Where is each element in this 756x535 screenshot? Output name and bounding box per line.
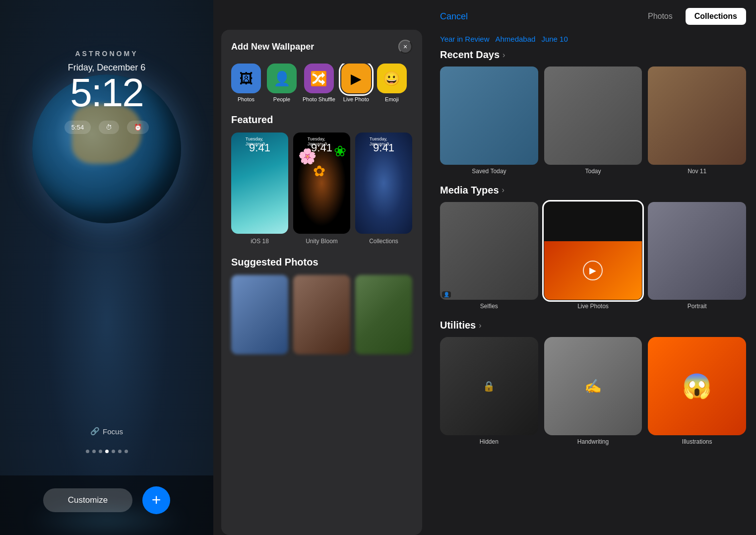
focus-label: 🔗 Focus [90,427,123,436]
today-thumb [544,67,642,165]
photos-icon-label: Photos [238,96,254,102]
media-livephotos[interactable]: ▶ Live Photos [544,202,642,310]
utilities-title: Utilities [440,320,476,331]
featured-item-ios18[interactable]: Tuesday, January 9 9:41 iOS 18 [231,133,288,245]
person-badge: 👤 [442,291,451,298]
suggested-thumb-3[interactable] [355,275,412,354]
utility-hidden[interactable]: 🔒 Hidden [440,337,538,445]
media-types-header: Media Types › [440,185,746,196]
add-wallpaper-panel: Add New Wallpaper × 🖼 Photos 👤 People � [213,0,430,535]
suggested-thumb-1[interactable] [231,275,288,354]
icon-photos[interactable]: 🖼 Photos [231,64,261,102]
timer-widget: ⏱ [99,121,119,134]
tab-photos[interactable]: Photos [639,8,682,25]
recent-days-header: Recent Days › [440,49,746,61]
plus-icon: + [152,492,161,508]
livephoto-bottom: ▶ [544,241,642,300]
collection-today[interactable]: Today [544,67,642,175]
icon-emoji[interactable]: 😀 Emoji [377,64,407,102]
page-dots [86,450,128,453]
collections-panel: Cancel Photos Collections Year in Review… [430,0,756,535]
utility-illustrations[interactable]: 😱 Illustrations [648,337,746,445]
dot-4 [105,450,109,453]
media-types-chevron: › [502,186,504,195]
today-label: Today [585,168,601,175]
dot-1 [86,450,89,453]
media-types-title: Media Types [440,185,499,196]
icon-people[interactable]: 👤 People [267,64,297,102]
alarm-widget: ⏰ [127,121,149,134]
utilities-header: Utilities › [440,320,746,331]
people-icon: 👤 [273,70,291,87]
lock-bottom-bar: Customize + [0,475,213,535]
portrait-thumb [648,202,746,300]
illustrations-icon: 😱 [682,372,712,400]
selfies-thumb: 👤 [440,202,538,300]
nov11-label: Nov 11 [688,168,706,175]
collections-content: Recent Days › Saved Today Today Nov 11 [430,49,756,535]
people-icon-label: People [273,96,290,102]
customize-button[interactable]: Customize [43,488,132,512]
modal-header: Add New Wallpaper × [231,40,412,54]
unity-label: Unity Bloom [306,238,338,245]
close-icon: × [403,43,407,51]
focus-text: Focus [103,427,123,436]
livephotos-thumb: ▶ [544,202,642,300]
people-icon-bg: 👤 [267,64,297,93]
recent-days-chevron: › [503,51,505,60]
cancel-button[interactable]: Cancel [440,11,468,22]
add-wallpaper-button[interactable]: + [142,486,170,514]
utilities-chevron: › [479,321,481,330]
dot-5 [112,450,115,453]
hidden-thumb: 🔒 [440,337,538,435]
portrait-label: Portrait [688,303,707,310]
icon-livephoto-selected[interactable]: ▶ Live Photo [341,64,371,102]
shuffle-icon-bg: 🔀 [304,64,334,93]
chip-year-in-review[interactable]: Year in Review [440,35,490,43]
media-portrait[interactable]: Portrait [648,202,746,310]
recent-days-section: Recent Days › Saved Today Today Nov 11 [440,49,746,175]
lockscreen-panel: ASTRONOMY Friday, December 6 5:12 5:54 ⏱… [0,0,213,535]
utilities-grid: 🔒 Hidden ✍️ Handwriting 😱 Illustrations [440,337,746,445]
collection-saved-today[interactable]: Saved Today [440,67,538,175]
collections-thumb: Tuesday, January 9 9:41 [355,133,412,234]
photos-icon-bg: 🖼 [231,64,261,93]
tab-collections[interactable]: Collections [686,8,746,25]
saved-today-thumb [440,67,538,165]
emoji-icon-label: Emoji [385,96,399,102]
time-widget-value: 5:54 [71,124,84,131]
livephoto-play-icon: ▶ [583,261,603,280]
ios18-label: iOS 18 [251,238,269,245]
selfies-label: Selfies [480,303,498,310]
suggested-grid [231,275,412,354]
recent-days-grid: Saved Today Today Nov 11 [440,67,746,175]
livephoto-icon: ▶ [351,70,362,87]
featured-grid: Tuesday, January 9 9:41 iOS 18 Tuesday, … [231,133,412,245]
ios18-thumb: Tuesday, January 9 9:41 [231,133,288,234]
alarm-icon: ⏰ [134,124,142,131]
icon-shuffle[interactable]: 🔀 Photo Shuffle [303,64,335,102]
flower-2: ✿ [313,162,325,180]
photos-icon: 🖼 [239,70,253,87]
livephoto-top [544,202,642,241]
emoji-icon-bg: 😀 [377,64,407,93]
chip-ahmedabad[interactable]: Ahmedabad [496,35,536,43]
collection-nov11[interactable]: Nov 11 [648,67,746,175]
saved-today-label: Saved Today [472,168,506,175]
emoji-icon: 😀 [383,70,400,87]
illustrations-thumb: 😱 [648,337,746,435]
chip-june10[interactable]: June 10 [541,35,567,43]
modal-close-button[interactable]: × [398,40,412,54]
utility-handwriting[interactable]: ✍️ Handwriting [544,337,642,445]
featured-item-collections[interactable]: Tuesday, January 9 9:41 Collections [355,133,412,245]
featured-item-unity[interactable]: Tuesday, January 9 9:41 🌸 ✿ ❀ Unity Bloo… [293,133,350,245]
collections-header: Cancel Photos Collections Year in Review… [430,0,756,49]
nav-tabs: Photos Collections [639,8,746,25]
time-widget: 5:54 [64,121,91,134]
shuffle-icon: 🔀 [310,70,327,87]
media-selfies[interactable]: 👤 Selfies [440,202,538,310]
nov11-thumb [648,67,746,165]
unity-thumb: Tuesday, January 9 9:41 🌸 ✿ ❀ [293,133,350,234]
suggested-thumb-2[interactable] [293,275,350,354]
wallpaper-modal: Add New Wallpaper × 🖼 Photos 👤 People � [221,30,422,535]
